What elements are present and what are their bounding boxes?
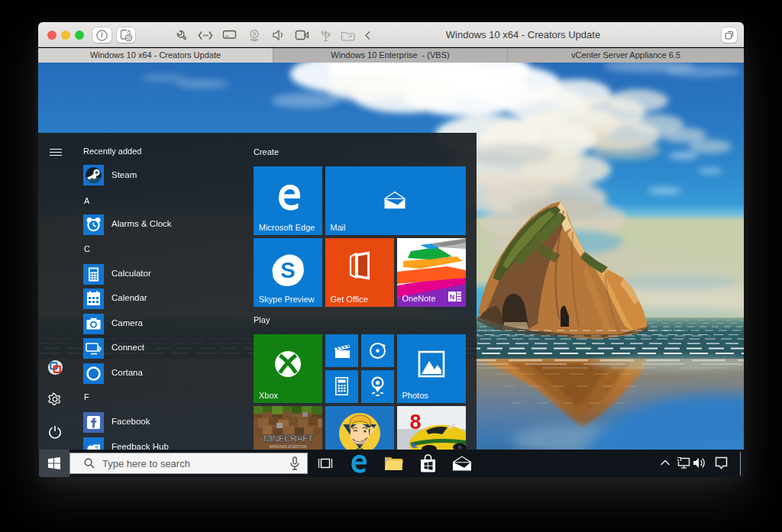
- svg-text:WINDOWS 10 EDITION: WINDOWS 10 EDITION: [270, 445, 307, 449]
- svg-text:N: N: [449, 293, 454, 301]
- svg-text:8: 8: [409, 411, 421, 434]
- svg-text:MINECRAFT: MINECRAFT: [263, 434, 314, 444]
- svg-text:S: S: [280, 258, 296, 282]
